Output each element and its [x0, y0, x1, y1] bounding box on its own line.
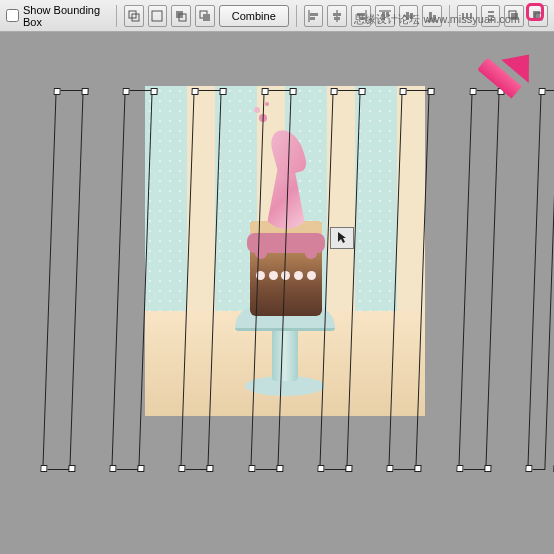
combine-button[interactable]: Combine — [219, 5, 289, 27]
svg-rect-9 — [310, 17, 315, 20]
svg-rect-6 — [203, 14, 210, 21]
highlight-box — [526, 3, 544, 21]
show-bounding-box-label: Show Bounding Box — [23, 4, 109, 28]
svg-rect-12 — [334, 17, 340, 20]
path-operation-2-icon[interactable] — [148, 5, 168, 27]
svg-rect-2 — [152, 11, 162, 21]
align-left-icon[interactable] — [304, 5, 324, 27]
svg-rect-8 — [310, 13, 318, 16]
path-operation-3-icon[interactable] — [171, 5, 191, 27]
watermark-text: 思缘设计论坛 www.missyuan.com — [354, 12, 520, 27]
callout-arrow-icon — [468, 52, 540, 92]
show-bounding-box-option[interactable]: Show Bounding Box — [6, 4, 109, 28]
toolbar-divider — [296, 5, 297, 27]
show-bounding-box-checkbox[interactable] — [6, 9, 19, 22]
vector-path-stripe[interactable] — [42, 90, 83, 470]
svg-rect-11 — [333, 13, 341, 16]
vector-path-stripe[interactable] — [527, 90, 554, 470]
canvas-workspace[interactable] — [0, 32, 554, 554]
path-operation-1-icon[interactable] — [124, 5, 144, 27]
vector-path-stripe[interactable] — [458, 90, 499, 470]
toolbar-divider — [116, 5, 117, 27]
path-operation-4-icon[interactable] — [195, 5, 215, 27]
align-center-h-icon[interactable] — [327, 5, 347, 27]
